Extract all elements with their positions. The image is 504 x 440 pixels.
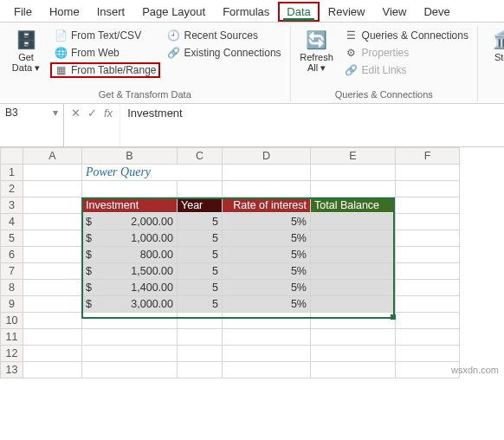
col-header-B[interactable]: B [82, 148, 178, 165]
select-all-corner[interactable] [1, 148, 23, 165]
formula-input[interactable]: Investment [120, 104, 504, 146]
table-row: 6 $800.00 5 5% [1, 247, 460, 263]
connections-icon: 🔗 [167, 47, 181, 59]
tab-view[interactable]: View [373, 2, 415, 22]
name-box[interactable]: B3 ▾ [0, 104, 64, 146]
row-header[interactable]: 11 [1, 329, 23, 346]
col-header-D[interactable]: D [223, 148, 311, 165]
formula-bar: B3 ▾ ✕ ✓ fx Investment [0, 104, 504, 147]
queries-connections-button[interactable]: ☰ Queries & Connections [341, 28, 472, 43]
row-header[interactable]: 12 [1, 346, 23, 362]
header-investment: Investment [82, 198, 177, 212]
row-header[interactable]: 6 [1, 247, 23, 263]
table-row: 4 $2,000.00 5 5% [1, 214, 460, 230]
tab-developer[interactable]: Deve [415, 2, 458, 22]
refresh-all-button[interactable]: 🔄 Refresh All ▾ [296, 28, 338, 87]
table-row: 10 [1, 313, 460, 329]
get-data-button[interactable]: 🗄️ Get Data ▾ [5, 28, 47, 87]
spreadsheet-grid[interactable]: A B C D E F 1 Power Query 2 3 Investment… [0, 147, 504, 379]
formula-controls: ✕ ✓ fx [64, 104, 120, 146]
tab-insert[interactable]: Insert [88, 2, 134, 22]
ribbon: 🗄️ Get Data ▾ 📄 From Text/CSV 🌐 From Web… [0, 23, 504, 104]
refresh-icon: 🔄 [306, 29, 327, 50]
row-header[interactable]: 8 [1, 280, 23, 296]
watermark: wsxdn.com [451, 365, 499, 375]
header-rate: Rate of interest [223, 198, 310, 212]
stocks-label: Stoc [494, 52, 504, 62]
row-header[interactable]: 5 [1, 230, 23, 247]
text-csv-icon: 📄 [54, 29, 68, 42]
header-year: Year [178, 198, 222, 212]
row-header[interactable]: 10 [1, 313, 23, 329]
table-icon: ▦ [54, 64, 68, 76]
col-header-C[interactable]: C [178, 148, 223, 165]
queries-icon: ☰ [345, 29, 359, 42]
get-data-label2: Data ▾ [12, 62, 40, 74]
row-header[interactable]: 1 [1, 165, 23, 181]
table-row: 7 $1,500.00 5 5% [1, 263, 460, 280]
table-row: 1 Power Query [1, 165, 460, 181]
from-text-csv-button[interactable]: 📄 From Text/CSV [50, 28, 160, 43]
refresh-label1: Refresh [300, 52, 333, 62]
header-total: Total Balance [311, 198, 395, 212]
recent-sources-button[interactable]: 🕘 Recent Sources [164, 28, 285, 43]
get-data-label1: Get [18, 52, 34, 62]
recent-icon: 🕘 [167, 29, 181, 42]
table-row: 2 [1, 181, 460, 197]
existing-connections-button[interactable]: 🔗 Existing Connections [164, 45, 285, 61]
table-row: 8 $1,400.00 5 5% [1, 280, 460, 296]
edit-links-icon: 🔗 [345, 64, 359, 76]
enter-icon[interactable]: ✓ [87, 107, 97, 120]
col-header-F[interactable]: F [396, 148, 460, 165]
from-web-button[interactable]: 🌐 From Web [50, 45, 160, 61]
tab-file[interactable]: File [5, 2, 41, 22]
tab-home[interactable]: Home [41, 2, 88, 22]
table-row: 5 $1,000.00 5 5% [1, 230, 460, 247]
table-row: 3 Investment Year Rate of interest Total… [1, 197, 460, 214]
stocks-button[interactable]: 🏛️ Stoc [483, 28, 504, 87]
row-header[interactable]: 4 [1, 214, 23, 230]
table-row: 9 $3,000.00 5 5% [1, 296, 460, 313]
tab-page-layout[interactable]: Page Layout [133, 2, 214, 22]
col-header-A[interactable]: A [23, 148, 82, 165]
from-table-range-button[interactable]: ▦ From Table/Range [50, 62, 160, 78]
database-icon: 🗄️ [16, 29, 37, 50]
web-icon: 🌐 [54, 47, 68, 59]
page-title: Power Query [82, 165, 222, 180]
properties-icon: ⚙ [345, 47, 359, 59]
table-row: 12 [1, 346, 460, 362]
group-label-queries: Queries & Connections [296, 87, 472, 100]
cancel-icon[interactable]: ✕ [71, 107, 81, 120]
tab-data[interactable]: Data [278, 2, 319, 22]
row-header[interactable]: 13 [1, 362, 23, 379]
ribbon-tabs: File Home Insert Page Layout Formulas Da… [0, 0, 504, 23]
tab-review[interactable]: Review [320, 2, 374, 22]
row-header[interactable]: 7 [1, 263, 23, 280]
col-header-E[interactable]: E [311, 148, 396, 165]
row-header[interactable]: 9 [1, 296, 23, 313]
refresh-label2: All ▾ [307, 62, 326, 74]
group-label-get-transform: Get & Transform Data [5, 87, 285, 100]
properties-button: ⚙ Properties [341, 45, 472, 61]
fx-icon[interactable]: fx [104, 107, 113, 120]
tab-formulas[interactable]: Formulas [214, 2, 278, 22]
row-header[interactable]: 2 [1, 181, 23, 197]
stocks-icon: 🏛️ [493, 29, 504, 50]
row-header[interactable]: 3 [1, 197, 23, 214]
chevron-down-icon: ▾ [53, 107, 58, 119]
edit-links-button: 🔗 Edit Links [341, 62, 472, 78]
table-row: 13 [1, 362, 460, 379]
table-row: 11 [1, 329, 460, 346]
